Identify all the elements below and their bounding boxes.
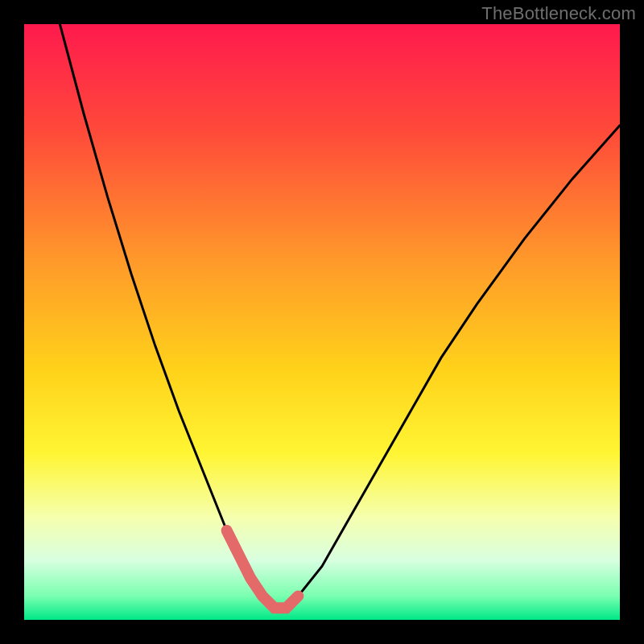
chart-frame: TheBottleneck.com [0,0,644,644]
plot-background [24,24,620,620]
chart-svg [0,0,644,644]
watermark-text: TheBottleneck.com [481,3,636,24]
